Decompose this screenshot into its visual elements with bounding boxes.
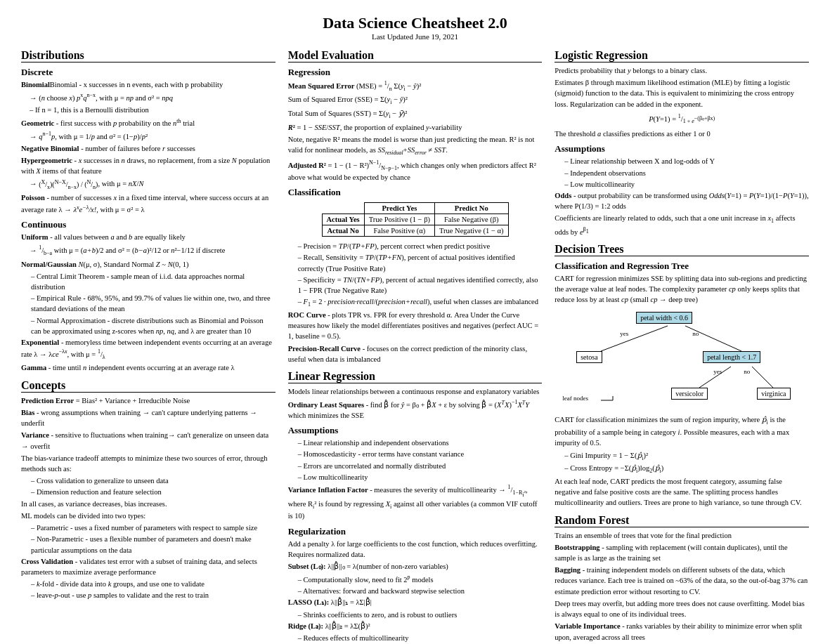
threshold-text: The threshold a classifies predictions a… [555,129,809,139]
leaf-note: At each leaf node, CART predicts the mos… [555,476,809,508]
ridge-list: Reduces effects of multicollinearity [288,633,543,643]
linear-intro: Models linear relationships between a co… [288,386,543,397]
binomial-label: Binomial [21,81,50,88]
reg-intro: Add a penalty λ for large coefficients t… [288,539,543,560]
cart-intro: CART for regression minimizes SSE by spl… [555,273,809,305]
cart-heading: Classification and Regression Tree [555,261,809,272]
true-positive-cell: True Positive (1 − β) [364,214,434,225]
log-a3: Low multicollinearity [564,179,809,190]
logistic-reg-heading: Logistic Regression [555,49,809,63]
ml-types-list: Parametric - uses a fixed number of para… [21,523,275,556]
poisson-text: Poisson - number of successes x in a fix… [21,192,275,215]
subset-list: Computationally slow, need to fit 2p mod… [288,573,543,596]
logistic-assumptions-heading: Assumptions [555,143,809,155]
log-a1: Linear relationship between X and log-od… [564,156,809,166]
subset-slow: Computationally slow, need to fit 2p mod… [298,573,543,585]
specificity-item: Specificity = TN/(TN+FP), percent of act… [298,275,543,296]
binomial-note: – If n = 1, this is a Bernoulli distribu… [21,105,275,115]
rf-overfit: Deep trees may overfit, but adding more … [555,598,809,619]
svg-line-3 [752,367,773,388]
column-2: Model Evaluation Regression Mean Squared… [288,44,543,644]
logistic-mle: Estimates β through maximum likelihood e… [555,77,809,110]
actual-no-header: Actual No [322,225,364,237]
tree-versicolor-box: versicolor [671,388,708,400]
predict-no-header: Predict No [434,203,508,214]
neg-binomial-label: Negative Binomial [21,145,79,152]
classification-content: Precision = TP/(TP+FP), percent correct … [288,241,543,364]
classification-list: Precision = TP/(TP+FP), percent correct … [288,241,543,309]
tree-diagram: petal width < 0.6 yes no setosa petal le… [562,310,801,409]
vif-text: Variance Inflation Factor - measures the… [288,483,543,522]
coeff-text: Coefficients are linearly related to odd… [555,213,809,237]
tree-root-box: petal width < 0.6 [636,312,692,324]
bias-text: Bias - wrong assumptions when training →… [21,407,275,428]
lr-a4: Low multicollinearity [298,472,543,482]
sse-text: Sum of Squared Error (SSE) = Σ(yi − ŷ)² [288,94,543,107]
model-eval-heading: Model Evaluation [288,49,543,63]
odds-text: Odds - output probability can be transfo… [555,190,809,211]
page-header: Data Science Cheatsheet 2.0 Last Updated… [21,14,809,41]
cart-class-text: CART for classification minimizes the su… [555,414,809,448]
tree-no-label-1: no [692,330,699,337]
lasso-list: Shrinks coefficients to zero, and is rob… [288,610,543,620]
linear-reg-heading: Linear Regression [288,370,543,383]
continuous-heading: Continuous [21,219,275,230]
variance-text: Variance - sensitive to fluctuations whe… [21,430,275,451]
page-title: Data Science Cheatsheet 2.0 [21,14,809,32]
tree-setosa-box: setosa [576,351,602,363]
concepts-heading: Concepts [21,379,275,393]
logistic-formula: P(Y=1) = 1/1 + e−(β₀+βx) [555,112,809,126]
lr-a3: Errors are uncorrelated and normally dis… [298,461,543,471]
binomial-formula: → (n choose x) pxqn−x, with μ = np and σ… [21,91,275,103]
uniform-formula: → 1/b−a with μ = (a+b)/2 and σ² = (b−a)²… [21,244,275,257]
classification-heading: Classification [288,187,543,198]
prc-text: Precision-Recall Curve - focuses on the … [288,343,543,364]
geometric-formula: → qn−1p, with μ = 1/p and σ² = (1−p)/p² [21,130,275,142]
lasso-shrink: Shrinks coefficients to zero, and is rob… [298,610,543,620]
lr-assumptions-heading: Assumptions [288,425,543,436]
decision-trees-heading: Decision Trees [555,243,809,256]
impurity-list: Gini Impurity = 1 − Σ(p̂i)² Cross Entrop… [555,450,809,475]
r2-note: Note, negative R² means the model is wor… [288,134,543,157]
distributions-heading: Distributions [21,49,275,63]
recall-item: Recall, Sensitivity = TP/(TP+FN), percen… [298,252,543,273]
regularization-heading: Regularization [288,526,543,537]
lr-a1: Linear relationship and independent obse… [298,438,543,448]
kfold-item: k-fold - divide data into k groups, and … [31,579,275,589]
ridge-effect: Reduces effects of multicollinearity [298,633,543,643]
matrix-empty [322,203,364,214]
bv-cv: Cross validation to generalize to unseen… [31,475,275,486]
lasso-text: LASSO (L₁): λ||β̂||₁ = λΣ|β̂| [288,597,543,607]
neg-binomial-text: - number of failures before r successes [79,145,195,152]
sst-text: Total Sum of Squares (SST) = Σ(yi − ȳ)² [288,108,543,121]
normal-approx-item: Normal Approximation - discrete distribu… [31,315,275,336]
regression-heading: Regression [288,67,543,78]
tree-yes-label-1: yes [620,330,628,337]
main-columns: Distributions Discrete BinomialBinomial … [21,44,809,644]
bv-tradeoff: The bias-variance tradeoff attempts to m… [21,453,275,474]
random-forest-heading: Random Forest [555,514,809,527]
pred-error: Prediction Error = Bias² + Variance + Ir… [21,395,275,406]
decision-trees-content: CART for regression minimizes SSE by spl… [555,273,809,508]
roc-text: ROC Curve - plots TPR vs. FPR for every … [288,310,543,342]
true-negative-cell: True Negative (1 − α) [434,225,508,237]
ridge-text: Ridge (L₂): λ||β̂||₂ = λΣ(β̂)² [288,621,543,631]
r2-text: R² = 1 − SSE/SST, the proportion of expl… [288,122,543,133]
svg-line-0 [601,326,668,351]
cv-text: Cross Validation - validates test error … [21,556,275,577]
column-1: Distributions Discrete BinomialBinomial … [21,44,275,602]
variance-note: In all cases, as variance decreases, bia… [21,499,275,509]
cv-list: k-fold - divide data into k groups, and … [21,579,275,600]
clt-item: Central Limit Theorem - sample mean of i… [31,271,275,292]
adj-r2-text: Adjusted R² = 1 − (1 − R²)N−1/N−p−1, whi… [288,159,543,183]
bv-dim: Dimension reduction and feature selectio… [31,487,275,497]
tree-yes-label-2: yes [713,368,722,375]
lr-assumptions-list: Linear relationship and independent obse… [288,438,543,482]
nonparametric-item: Non-Parametric - uses a flexible number … [31,534,275,555]
hypergeometric-label: Hypergeometric [21,157,72,164]
ols-text: Ordinary Least Squares - find β̂ for ŷ =… [288,398,543,421]
lr-a2: Homoscedasticity - error terms have cons… [298,449,543,459]
gini-item: Gini Impurity = 1 − Σ(p̂i)² [564,450,809,463]
actual-yes-header: Actual Yes [322,214,364,225]
log-a2: Independent observations [564,168,809,178]
